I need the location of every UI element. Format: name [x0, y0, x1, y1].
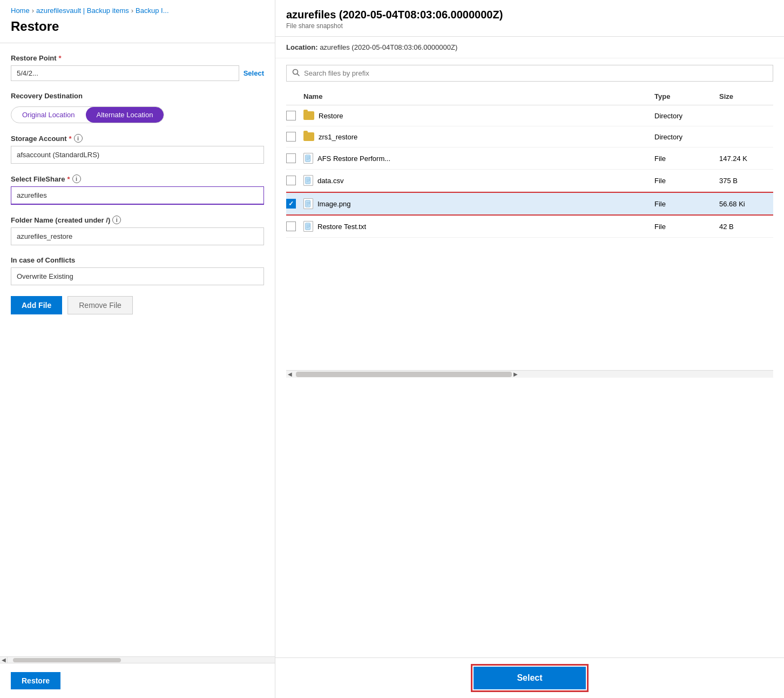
table-row: Restore Test.txt File 42 B: [286, 216, 773, 238]
fileshare-info-icon[interactable]: i: [72, 174, 81, 183]
right-header: azurefiles (2020-05-04T08:03:06.0000000Z…: [275, 0, 784, 37]
location-label: Location:: [286, 43, 318, 51]
location-value: azurefiles (2020-05-04T08:03:06.0000000Z…: [320, 43, 457, 51]
remove-file-button[interactable]: Remove File: [67, 296, 133, 314]
restore-point-select-link[interactable]: Select: [244, 69, 264, 77]
row-checkbox-5[interactable]: [286, 199, 296, 209]
radio-group: Original Location Alternate Location: [11, 106, 164, 123]
scroll-right-left-arrow[interactable]: ◀: [286, 371, 294, 377]
breadcrumb-vault[interactable]: azurefilesvault | Backup items: [36, 6, 129, 15]
conflicts-input[interactable]: [11, 267, 264, 285]
folder-name-label: Folder Name (created under /) i: [11, 216, 264, 224]
folder-name-group: Folder Name (created under /) i: [11, 216, 264, 245]
file-type-3: File: [654, 155, 719, 163]
folder-icon-1: [303, 111, 314, 120]
breadcrumb-sep1: ›: [32, 6, 34, 15]
original-location-option[interactable]: Original Location: [11, 107, 86, 123]
file-size-5: 56.68 Ki: [719, 200, 773, 208]
required-star: *: [59, 54, 62, 62]
file-name-cell-5: Image.png: [303, 198, 654, 209]
recovery-destination-label: Recovery Destination: [11, 92, 264, 100]
restore-point-input[interactable]: [11, 65, 239, 81]
file-type-2: Directory: [654, 133, 719, 141]
breadcrumb-backup[interactable]: Backup I...: [136, 6, 168, 15]
storage-account-info-icon[interactable]: i: [74, 134, 83, 143]
left-scrollbar[interactable]: ◀: [0, 656, 275, 663]
file-name-6: Restore Test.txt: [317, 223, 366, 231]
table-row-selected[interactable]: Image.png File 56.68 Ki: [286, 192, 773, 216]
file-name-3: AFS Restore Perform...: [317, 155, 390, 163]
folder-icon-2: [303, 132, 314, 141]
fileshare-label: Select FileShare * i: [11, 174, 264, 183]
file-size-6: 42 B: [719, 223, 773, 231]
select-button[interactable]: Select: [474, 667, 585, 689]
left-content: Restore Point * Select Recovery Destinat…: [0, 43, 275, 656]
file-name-4: data.csv: [317, 177, 343, 185]
file-icon-5: [303, 198, 313, 209]
search-input[interactable]: [304, 69, 767, 77]
row-checkbox-6[interactable]: [286, 222, 296, 231]
row-checkbox-4[interactable]: [286, 176, 296, 185]
file-name-cell-2: zrs1_restore: [303, 132, 654, 141]
svg-line-1: [298, 74, 300, 76]
file-type-4: File: [654, 177, 719, 185]
file-type-1: Directory: [654, 112, 719, 120]
search-bar: [286, 65, 773, 82]
left-scrollbar-thumb[interactable]: [13, 658, 121, 662]
row-checkbox-1[interactable]: [286, 111, 296, 120]
bottom-bar: Restore: [0, 663, 275, 698]
right-scrollbar[interactable]: ◀ ▶: [286, 370, 773, 378]
right-spacer: [275, 378, 784, 657]
file-btn-row: Add File Remove File: [11, 296, 264, 314]
search-icon: [292, 69, 300, 78]
file-name-cell-4: data.csv: [303, 175, 654, 186]
file-size-3: 147.24 K: [719, 155, 773, 163]
location-row: Location: azurefiles (2020-05-04T08:03:0…: [275, 37, 784, 58]
storage-account-group: Storage Account * i: [11, 134, 264, 164]
file-name-1: Restore: [319, 112, 343, 120]
file-icon-3: [303, 153, 313, 164]
scroll-right-right-arrow[interactable]: ▶: [512, 371, 519, 377]
right-footer: Select: [275, 657, 784, 698]
file-size-4: 375 B: [719, 177, 773, 185]
conflicts-label: In case of Conflicts: [11, 256, 264, 264]
col-size-header: Size: [719, 92, 773, 100]
table-row: AFS Restore Perform... File 147.24 K: [286, 147, 773, 170]
restore-point-row: Select: [11, 65, 264, 81]
col-type-header: Type: [654, 92, 719, 100]
conflicts-group: In case of Conflicts: [11, 256, 264, 285]
file-type-6: File: [654, 223, 719, 231]
file-table-header: Name Type Size: [286, 88, 773, 105]
file-table: Name Type Size Restore Directory zrs1_re…: [286, 88, 773, 368]
page-title: Restore: [0, 19, 275, 43]
file-name-cell-1: Restore: [303, 111, 654, 120]
file-icon-6: [303, 221, 313, 232]
table-row: Restore Directory: [286, 105, 773, 126]
right-scrollbar-thumb[interactable]: [296, 372, 512, 377]
storage-account-input[interactable]: [11, 146, 264, 164]
fileshare-group: Select FileShare * i: [11, 174, 264, 205]
col-checkbox-header: [286, 92, 303, 100]
folder-name-input[interactable]: [11, 227, 264, 245]
row-checkbox-3[interactable]: [286, 153, 296, 163]
file-name-2: zrs1_restore: [319, 133, 357, 141]
row-checkbox-2[interactable]: [286, 132, 296, 142]
col-name-header: Name: [303, 92, 654, 100]
fileshare-input[interactable]: [11, 186, 264, 205]
right-subtitle: File share snapshot: [286, 22, 773, 30]
table-row: zrs1_restore Directory: [286, 126, 773, 147]
scroll-left-arrow[interactable]: ◀: [0, 657, 8, 663]
file-name-cell-3: AFS Restore Perform...: [303, 153, 654, 164]
restore-button[interactable]: Restore: [11, 672, 60, 689]
breadcrumb: Home › azurefilesvault | Backup items › …: [0, 0, 275, 19]
alternate-location-option[interactable]: Alternate Location: [86, 107, 164, 123]
file-icon-4: [303, 175, 313, 186]
add-file-button[interactable]: Add File: [11, 296, 62, 314]
file-name-cell-6: Restore Test.txt: [303, 221, 654, 232]
file-type-5: File: [654, 200, 719, 208]
folder-name-info-icon[interactable]: i: [112, 216, 121, 224]
right-title: azurefiles (2020-05-04T08:03:06.0000000Z…: [286, 9, 773, 21]
file-name-5: Image.png: [317, 200, 350, 208]
breadcrumb-sep2: ›: [131, 6, 133, 15]
breadcrumb-home[interactable]: Home: [11, 6, 30, 15]
